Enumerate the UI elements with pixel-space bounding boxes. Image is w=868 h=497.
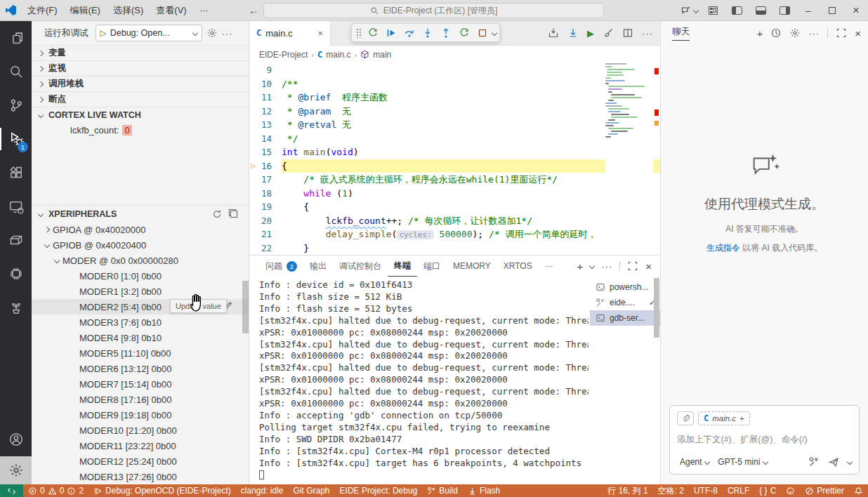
- new-terminal-icon[interactable]: +: [577, 260, 583, 272]
- toolbar-drag-handle[interactable]: [356, 28, 362, 38]
- model-picker[interactable]: GPT-5 mini: [715, 456, 770, 468]
- tree-item-GPIOA[interactable]: GPIOA @ 0x40020000: [32, 222, 249, 237]
- panel-scrollbar[interactable]: [654, 278, 659, 338]
- tree-item-MODER12[interactable]: MODER12 [25:24] 0b00: [32, 453, 249, 469]
- customize-layout-icon[interactable]: [701, 0, 725, 21]
- new-chat-icon[interactable]: +: [756, 27, 763, 39]
- menu-选择(S)[interactable]: 选择(S): [107, 0, 150, 21]
- terminal-profile-chevron-icon[interactable]: [589, 263, 595, 269]
- code-line-13[interactable]: 13 * @retval 无: [249, 118, 660, 132]
- step-over-icon[interactable]: [401, 25, 418, 41]
- code-line-20[interactable]: 20 lckfb_count++; /* 每次循环，让计数器加1*/: [249, 214, 660, 228]
- chat-tab[interactable]: 聊天: [672, 26, 690, 41]
- sidebar-more-icon[interactable]: ···: [222, 28, 233, 39]
- section-xperipherals[interactable]: XPERIPHERALS: [32, 205, 249, 222]
- reset-device-icon[interactable]: [364, 25, 381, 41]
- tree-item-MODER5[interactable]: MODER5 [11:10] 0b00: [32, 345, 249, 361]
- panel-tab-输出[interactable]: 输出: [303, 256, 333, 277]
- editor-more-icon[interactable]: ···: [642, 28, 653, 39]
- code-line-9[interactable]: 9: [249, 63, 660, 77]
- clean-brush-icon[interactable]: [603, 27, 614, 39]
- command-center-search[interactable]: EIDE-Project (工作区) [管理员]: [263, 3, 604, 18]
- chat-input-placeholder[interactable]: 添加上下文(#)、扩展(@)、命令(/): [677, 434, 852, 446]
- run-icon[interactable]: ▶: [587, 28, 594, 39]
- copy-all-icon[interactable]: [229, 209, 237, 218]
- debug-status[interactable]: Debug: OpenOCD (EIDE-Project): [88, 484, 236, 497]
- tab-close-icon[interactable]: ×: [317, 28, 323, 39]
- git-graph-status[interactable]: Git Graph: [289, 484, 335, 497]
- back-arrow-icon[interactable]: ←: [249, 4, 259, 16]
- tree-item-MODER7[interactable]: MODER7 [15:14] 0b00: [32, 376, 249, 392]
- breadcrumb[interactable]: EIDE-Project› C main.c› main: [249, 46, 660, 63]
- extensions-icon[interactable]: [0, 156, 32, 190]
- chat-history-icon[interactable]: [770, 27, 782, 39]
- code-line-17[interactable]: 17 /* 嵌入式系统的主循环，程序会永远在while(1)里面运行*/: [249, 173, 660, 187]
- terminal-tab-eide....[interactable]: eide....✓: [590, 295, 660, 310]
- serial-monitor-icon[interactable]: [0, 291, 32, 324]
- settings-gear-icon[interactable]: [0, 456, 32, 484]
- section-变量[interactable]: 变量: [32, 45, 249, 60]
- panel-tab-MEMORY[interactable]: MEMORY: [447, 256, 497, 277]
- eide-device-icon[interactable]: [0, 223, 32, 257]
- add-context-icon[interactable]: +: [739, 414, 744, 423]
- step-into-icon[interactable]: [419, 25, 436, 41]
- embedded-chip-icon[interactable]: [0, 257, 32, 291]
- section-断点[interactable]: 断点: [32, 91, 249, 107]
- tree-item-MODER8[interactable]: MODER8 [17:16] 0b00: [32, 392, 249, 407]
- flash-button[interactable]: Flash: [463, 484, 505, 497]
- minimize-button[interactable]: –: [796, 0, 820, 21]
- menu-文件(F)[interactable]: 文件(F): [21, 0, 64, 21]
- restart-icon[interactable]: [456, 25, 473, 41]
- send-icon[interactable]: [828, 456, 839, 468]
- tree-item-MODER4[interactable]: MODER4 [9:8] 0b10: [32, 330, 249, 345]
- code-line-21[interactable]: 21 delay_simple(cycles: 500000); /* 调用一个…: [249, 227, 660, 241]
- copilot-chevron-icon[interactable]: [691, 0, 701, 21]
- toggle-panel-icon[interactable]: [749, 0, 772, 21]
- step-out-icon[interactable]: [438, 25, 454, 41]
- panel-tab-终端[interactable]: 终端: [388, 256, 417, 277]
- debug-config-dropdown[interactable]: ▷ Debug: Open...: [96, 25, 202, 41]
- terminal-tab-gdb-ser...[interactable]: gdb-ser...: [590, 310, 660, 326]
- stop-chevron-icon[interactable]: [492, 29, 497, 35]
- close-button[interactable]: ×: [844, 0, 868, 21]
- remote-indicator[interactable]: [0, 484, 23, 497]
- panel-tab-端口[interactable]: 端口: [417, 256, 447, 277]
- toggle-sidebar-icon[interactable]: [725, 0, 749, 21]
- tree-item-MODER[interactable]: MODER @ 0x0 0x00000280: [32, 253, 249, 268]
- section-监视[interactable]: 监视: [32, 60, 249, 76]
- tree-item-MODER6[interactable]: MODER6 [13:12] 0b00: [32, 361, 249, 376]
- section-调用堆栈[interactable]: 调用堆栈: [32, 76, 249, 91]
- clangd-status[interactable]: clangd: idle: [236, 484, 289, 497]
- chat-settings-gear-icon[interactable]: [789, 27, 801, 39]
- stop-icon[interactable]: [474, 25, 491, 41]
- code-line-10[interactable]: 10/**: [249, 77, 660, 91]
- code-line-11[interactable]: 11 * @brief 程序主函数: [249, 91, 660, 105]
- terminal-output[interactable]: Info : device id = 0x101f6413Info : flas…: [249, 278, 588, 485]
- encoding-status[interactable]: UTF-8: [689, 484, 723, 497]
- tree-item-MODER10[interactable]: MODER10 [21:20] 0b00: [32, 423, 249, 438]
- chat-tools-icon[interactable]: [808, 456, 820, 468]
- panel-tab-问题[interactable]: 问题2: [259, 256, 303, 277]
- attach-context-icon[interactable]: [677, 411, 694, 425]
- chat-input-box[interactable]: C main.c + 添加上下文(#)、扩展(@)、命令(/) Agent GP…: [669, 405, 860, 475]
- prettier-status[interactable]: Prettier: [800, 484, 849, 497]
- chat-more-icon[interactable]: ···: [808, 28, 820, 39]
- code-line-15[interactable]: 15int main(void): [249, 145, 660, 159]
- start-debug-icon[interactable]: ▷: [100, 28, 107, 38]
- build-button[interactable]: Build: [422, 484, 463, 497]
- code-line-22[interactable]: 22 }: [249, 241, 660, 256]
- indentation-status[interactable]: 空格: 2: [653, 484, 689, 497]
- panel-more-icon[interactable]: ···: [601, 261, 612, 272]
- sidebar-scrollbar[interactable]: [242, 281, 249, 333]
- chat-close-icon[interactable]: ×: [855, 27, 861, 39]
- refresh-icon[interactable]: [212, 209, 222, 219]
- send-chevron-icon[interactable]: [847, 459, 853, 465]
- code-line-19[interactable]: 19 {: [249, 200, 660, 214]
- live-watch-variable[interactable]: lckfb_count: 0: [32, 122, 249, 138]
- tree-item-MODER0[interactable]: MODER0 [1:0] 0b00: [32, 268, 249, 284]
- build-icon[interactable]: [548, 27, 559, 39]
- chat-maximize-icon[interactable]: [836, 27, 847, 39]
- tree-item-MODER11[interactable]: MODER11 [23:22] 0b00: [32, 438, 249, 453]
- split-editor-icon[interactable]: [622, 27, 633, 39]
- account-icon[interactable]: [0, 423, 32, 456]
